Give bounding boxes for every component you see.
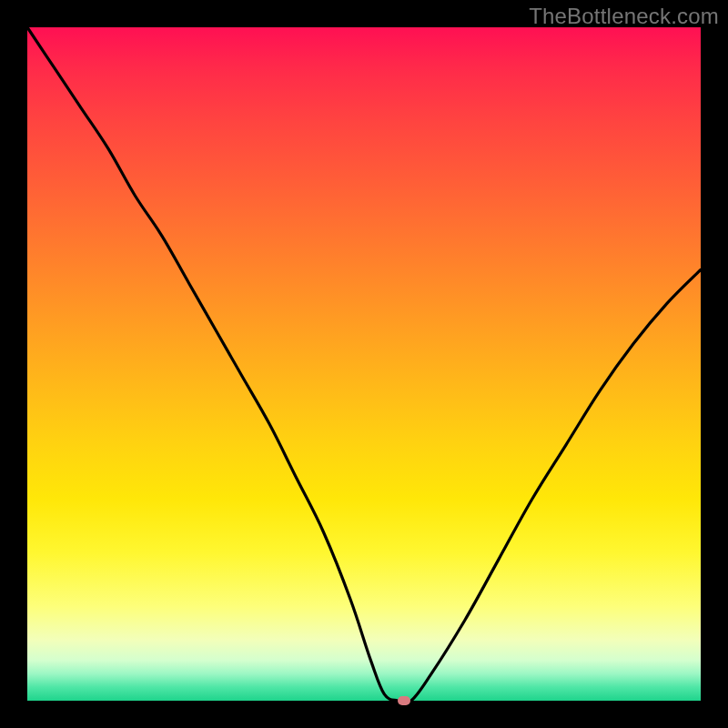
curve-svg bbox=[27, 27, 701, 701]
minimum-marker bbox=[398, 696, 410, 705]
watermark-label: TheBottleneck.com bbox=[529, 4, 719, 29]
plot-area bbox=[27, 27, 701, 701]
chart-frame: TheBottleneck.com bbox=[0, 0, 728, 728]
bottleneck-curve bbox=[27, 27, 701, 703]
